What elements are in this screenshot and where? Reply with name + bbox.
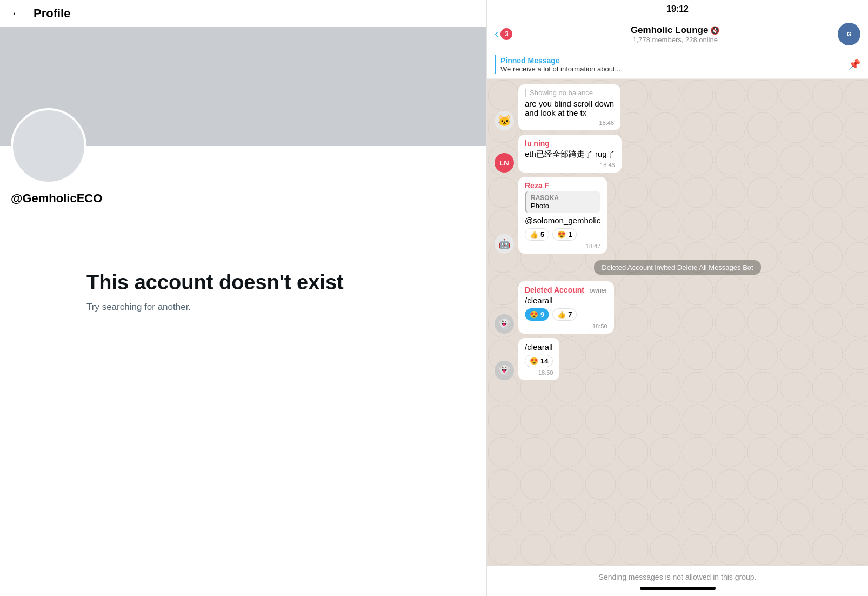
message-time: 18:46 [525, 120, 614, 126]
page-title: Profile [34, 6, 70, 21]
message-text: /clearall [525, 296, 607, 305]
message-reactions: 😍 14 [525, 355, 553, 367]
right-panel: 19:12 ‹ 3 Gemholic Lounge 🔇 1,778 member… [486, 0, 868, 596]
pinned-bar [495, 55, 496, 74]
pinned-title: Pinned Message [500, 56, 844, 65]
not-exist-section: This account doesn't exist Try searching… [0, 270, 486, 313]
reaction-count: 1 [568, 230, 572, 239]
quoted-text: Photo [531, 202, 596, 210]
message-text: eth已经全部跨走了 rug了 [525, 149, 615, 160]
message-time: 18:47 [525, 243, 600, 249]
back-button[interactable]: ← [11, 6, 23, 21]
message-text: @solomon_gemholic [525, 216, 600, 225]
profile-header-bar: ← Profile [0, 0, 486, 27]
chat-area[interactable]: 🐱 Showing no balance are you blind scrol… [487, 79, 868, 566]
username: @GemholicECO [0, 191, 486, 206]
chevron-left-icon: ‹ [495, 27, 498, 41]
message-bubble: Deleted Account owner /clearall 😍 9 👍 7 … [518, 281, 614, 334]
back-count: 3 [500, 28, 512, 40]
tg-back-button[interactable]: ‹ 3 [495, 27, 512, 41]
message-sender: lu ning [525, 139, 615, 148]
love-emoji: 😍 [530, 310, 538, 319]
avatar: 🤖 [495, 234, 514, 254]
pinned-content: Pinned Message We receive a lot of infor… [500, 56, 844, 73]
pinned-message[interactable]: Pinned Message We receive a lot of infor… [487, 50, 868, 79]
avatar: 👻 [495, 314, 514, 334]
message-text: are you blind scroll downand look at the… [525, 99, 614, 117]
thumbs-up-emoji: 👍 [530, 230, 538, 239]
not-exist-subtitle: Try searching for another. [86, 302, 476, 313]
owner-badge: owner [590, 287, 607, 294]
reaction-love[interactable]: 😍 14 [525, 355, 553, 367]
thumbs-up-emoji: 👍 [557, 310, 566, 319]
group-info[interactable]: Gemholic Lounge 🔇 1,778 members, 228 onl… [518, 25, 832, 44]
reaction-count: 14 [540, 357, 548, 365]
telegram-header: ‹ 3 Gemholic Lounge 🔇 1,778 members, 228… [487, 18, 868, 50]
message-sender: Reza F [525, 181, 600, 190]
group-avatar[interactable]: G [838, 23, 860, 45]
avatar: LN [495, 153, 514, 173]
avatar: 🐱 [495, 111, 514, 130]
avatar: 👻 [495, 361, 514, 380]
avatar [11, 108, 86, 184]
message-bubble: /clearall 😍 14 18:50 [518, 338, 559, 380]
reaction-thumbs-up[interactable]: 👍 5 [525, 228, 549, 241]
quoted-sender: RASOKA [531, 194, 596, 202]
time: 19:12 [666, 4, 689, 14]
message-row: 🤖 Reza F RASOKA Photo @solomon_gemholic … [495, 177, 860, 254]
members-count: 1,778 members, 228 online [518, 36, 832, 44]
message-bubble: Reza F RASOKA Photo @solomon_gemholic 👍 … [518, 177, 607, 254]
group-name: Gemholic Lounge 🔇 [518, 25, 832, 36]
reaction-love[interactable]: 😍 1 [552, 228, 577, 241]
not-exist-title: This account doesn't exist [86, 270, 476, 295]
message-row: LN lu ning eth已经全部跨走了 rug了 18:46 [495, 135, 860, 173]
chat-bottom-bar: Sending messages is not allowed in this … [487, 566, 868, 596]
message-time: 18:50 [525, 369, 553, 376]
home-indicator [640, 587, 716, 590]
reaction-count: 5 [540, 230, 544, 239]
message-row: 👻 /clearall 😍 14 18:50 [495, 338, 860, 380]
love-emoji: 😍 [530, 357, 538, 365]
message-row: 👻 Deleted Account owner /clearall 😍 9 👍 … [495, 281, 860, 334]
quoted-context: Showing no balance [525, 89, 614, 97]
message-text: /clearall [525, 342, 553, 352]
reaction-love[interactable]: 😍 9 [525, 308, 549, 321]
pinned-text: We receive a lot of information about... [500, 65, 844, 73]
left-panel: ← Profile @GemholicECO This account does… [0, 0, 486, 596]
message-row: 🐱 Showing no balance are you blind scrol… [495, 84, 860, 130]
pin-icon: 📌 [849, 58, 860, 70]
message-time: 18:46 [525, 162, 615, 168]
love-emoji: 😍 [557, 230, 566, 239]
message-bubble: lu ning eth已经全部跨走了 rug了 18:46 [518, 135, 622, 173]
message-reactions: 👍 5 😍 1 [525, 228, 600, 241]
reaction-count: 9 [540, 310, 544, 319]
bottom-text: Sending messages is not allowed in this … [599, 573, 757, 581]
message-sender: Deleted Account owner [525, 286, 607, 294]
message-time: 18:50 [525, 323, 607, 329]
status-bar: 19:12 [487, 0, 868, 18]
reaction-thumbs-up[interactable]: 👍 7 [552, 308, 577, 321]
message-reactions: 😍 9 👍 7 [525, 308, 607, 321]
quoted-message: RASOKA Photo [525, 191, 600, 213]
message-bubble: Showing no balance are you blind scroll … [518, 84, 620, 130]
profile-avatar-area [0, 108, 486, 184]
reaction-count: 7 [568, 310, 572, 319]
system-message: Deleted Account invited Delete All Messa… [594, 260, 760, 275]
mute-icon: 🔇 [710, 26, 719, 35]
